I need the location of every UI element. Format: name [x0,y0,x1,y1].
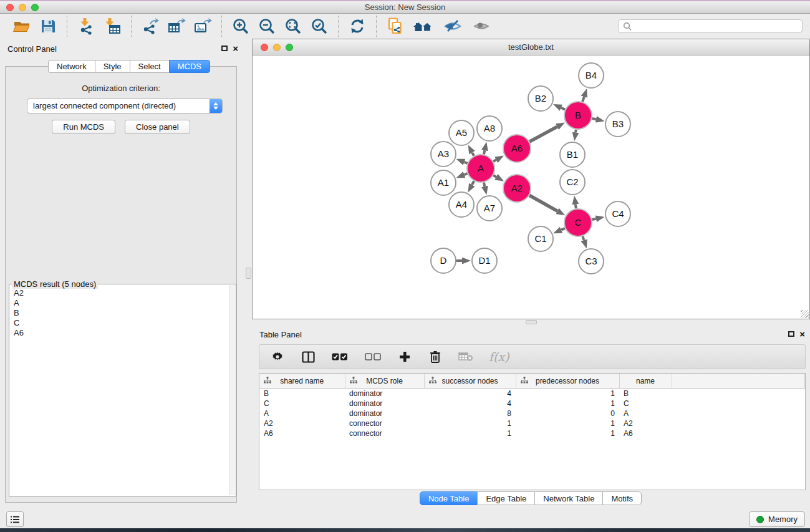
edge-A-A5[interactable] [472,153,474,156]
zoom-window-button[interactable] [31,4,39,11]
export-network-icon[interactable] [140,16,160,36]
table-row[interactable]: Adominator80A [259,409,805,418]
table-row[interactable]: Cdominator41C [259,399,805,409]
hide-selected-icon[interactable] [441,16,464,36]
close-panel-button[interactable]: Close panel [125,120,190,134]
mcds-result-item[interactable]: C [14,318,228,328]
export-image-icon[interactable] [193,16,213,36]
node-A8[interactable]: A8 [477,116,502,141]
node-A1[interactable]: A1 [431,170,456,195]
edge-A-A8[interactable] [484,150,485,154]
zoom-in-icon[interactable] [231,16,251,36]
table-row[interactable]: A6connector11A6 [259,428,805,438]
node-B3[interactable]: B3 [605,112,630,137]
node-A7[interactable]: A7 [477,196,502,221]
import-network-icon[interactable] [76,16,96,36]
run-mcds-button[interactable]: Run MCDS [52,120,115,134]
node-C4[interactable]: C4 [605,201,630,226]
horizontal-splitter-handle[interactable] [526,320,537,324]
edge-C-C1[interactable] [561,228,565,230]
edge-A-A3[interactable] [465,162,468,163]
tab-mcds[interactable]: MCDS [169,60,210,73]
column-header-mcds-role[interactable]: MCDS role [345,374,424,389]
float-panel-icon[interactable] [221,46,228,51]
table-row[interactable]: A2connector11A2 [259,418,805,428]
mcds-result-item[interactable]: A [14,298,228,308]
network-canvas[interactable]: B4B2BB3A5A8A6A3AB1A1C2A2A4A7C4CC1C3DD1 [253,56,809,319]
minimize-window-button[interactable] [19,4,26,11]
mcds-result-item[interactable]: A6 [14,328,228,338]
search-input[interactable] [632,21,802,32]
mcds-result-item[interactable]: A2 [14,288,228,298]
import-table-icon[interactable] [102,16,122,36]
memory-button[interactable]: Memory [749,511,805,527]
close-table-panel-icon[interactable]: × [799,331,805,337]
edge-A-A2[interactable] [493,175,496,177]
node-D1[interactable]: D1 [472,248,497,273]
node-A[interactable]: A [467,155,494,182]
edge-B-B2[interactable] [561,108,565,110]
node-C2[interactable]: C2 [560,170,585,195]
deselect-all-checks-icon[interactable] [364,349,382,364]
column-settings-icon[interactable] [270,349,285,364]
zoom-out-icon[interactable] [257,16,277,36]
vertical-splitter-handle[interactable] [246,268,251,279]
edge-A-A6[interactable] [493,160,496,162]
network-close-button[interactable] [261,44,268,51]
open-session-icon[interactable] [12,16,32,36]
first-neighbors-icon[interactable] [412,16,435,36]
export-table-icon[interactable] [166,16,186,36]
close-window-button[interactable] [6,4,14,11]
window-resize-grip[interactable] [801,310,809,318]
node-A2[interactable]: A2 [503,175,531,202]
node-B4[interactable]: B4 [579,63,604,88]
edge-A6-B[interactable] [529,127,557,142]
node-A3[interactable]: A3 [431,142,456,167]
edge-C-C2[interactable] [576,205,576,209]
edge-A-A4[interactable] [472,181,474,185]
edge-A-A7[interactable] [484,182,485,186]
node-B[interactable]: B [564,102,592,129]
tab-network-table[interactable]: Network Table [534,491,603,505]
show-all-icon[interactable] [470,16,493,36]
edge-A-A1[interactable] [465,173,468,175]
column-header-name[interactable]: name [619,374,672,389]
zoom-selected-icon[interactable] [309,16,329,36]
node-C1[interactable]: C1 [528,226,553,251]
network-minimize-button[interactable] [273,44,281,51]
search-field[interactable] [618,19,803,33]
tab-style[interactable]: Style [95,60,130,73]
edge-C-C3[interactable] [582,236,584,240]
edge-A2-C[interactable] [529,195,557,211]
node-C[interactable]: C [564,209,592,236]
node-D[interactable]: D [431,248,456,273]
save-session-icon[interactable] [38,16,58,36]
tab-edge-table[interactable]: Edge Table [477,491,535,505]
show-columns-icon[interactable] [301,349,316,364]
zoom-fit-icon[interactable] [283,16,303,36]
column-header-shared-name[interactable]: shared name [259,374,345,389]
edge-B-B4[interactable] [582,97,584,102]
node-A4[interactable]: A4 [449,192,474,217]
close-panel-icon[interactable]: × [233,45,238,52]
optimization-criterion-select[interactable]: largest connected component (directed) [27,99,223,114]
task-history-button[interactable] [6,511,24,527]
select-all-checks-icon[interactable] [331,349,349,364]
node-C3[interactable]: C3 [579,249,604,274]
tab-select[interactable]: Select [130,60,170,73]
node-B1[interactable]: B1 [560,142,585,167]
edge-C-C4[interactable] [592,219,595,220]
mcds-result-item[interactable]: B [14,308,228,318]
column-header-successor-nodes[interactable]: successor nodes [424,374,516,389]
tab-network[interactable]: Network [48,60,95,73]
node-B2[interactable]: B2 [528,86,553,111]
refresh-view-icon[interactable] [347,16,367,36]
edge-B-B3[interactable] [592,118,595,119]
delete-row-icon[interactable] [428,349,443,364]
edge-B-B1[interactable] [576,130,576,133]
node-A6[interactable]: A6 [503,135,531,162]
clone-network-icon[interactable] [385,16,405,36]
table-row[interactable]: Bdominator41B [259,389,805,399]
result-scrollbar[interactable] [229,285,235,495]
add-row-icon[interactable] [397,349,412,364]
